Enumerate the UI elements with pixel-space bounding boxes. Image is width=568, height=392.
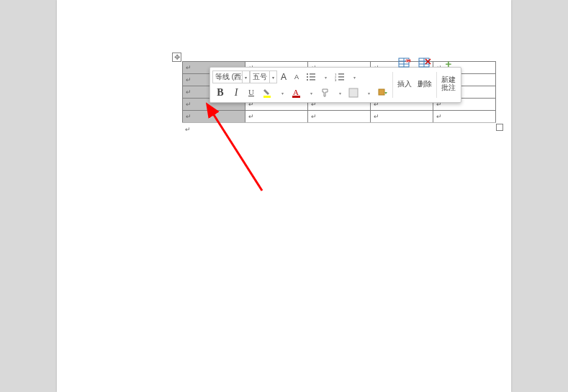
svg-rect-1 (310, 73, 315, 74)
table-insert-icon (398, 58, 411, 69)
highlight-icon (263, 88, 273, 98)
table-delete-icon (418, 58, 431, 69)
bullets-button[interactable] (304, 70, 318, 84)
svg-line-31 (212, 111, 262, 191)
bold-button[interactable]: B (213, 86, 227, 100)
font-size-dropdown-icon[interactable]: ▾ (270, 70, 277, 83)
svg-rect-16 (349, 88, 358, 97)
font-color-icon: A (292, 88, 302, 98)
table-cell[interactable] (183, 111, 245, 123)
comment-label-2: 批注 (441, 83, 456, 91)
format-painter-dropdown-icon[interactable]: ▾ (334, 86, 346, 100)
shrink-font-button[interactable]: A (291, 70, 302, 84)
underline-button[interactable]: U (245, 86, 259, 100)
svg-rect-15 (292, 96, 300, 98)
new-comment-button[interactable]: + 新建 批注 (438, 69, 459, 98)
font-size-combo[interactable]: 五号 (250, 70, 270, 83)
styles-icon (378, 88, 388, 98)
highlight-dropdown-icon[interactable]: ▾ (276, 86, 288, 100)
document-page: ✥ (57, 0, 511, 392)
numbering-button[interactable]: 123 (333, 70, 347, 84)
insert-label: 插入 (397, 80, 412, 88)
new-comment-icon: + (446, 58, 452, 69)
numbering-icon: 123 (335, 73, 345, 81)
font-name-combo[interactable]: 等线 (西文 (212, 70, 243, 83)
underline-icon: U (247, 88, 257, 98)
separator (436, 72, 437, 98)
delete-label: 删除 (418, 80, 432, 88)
svg-text:U: U (248, 88, 254, 96)
svg-rect-7 (338, 73, 344, 74)
highlight-button[interactable] (261, 86, 275, 100)
mini-toolbar: 等线 (西文 ▾ 五号 ▾ A A ▾ 123 ▾ B (209, 67, 461, 103)
grow-font-button[interactable]: A (278, 70, 289, 84)
numbering-dropdown-icon[interactable]: ▾ (348, 70, 360, 84)
table-resize-handle[interactable] (496, 124, 503, 131)
table-row (183, 111, 496, 123)
bullets-icon (306, 73, 316, 81)
italic-button[interactable]: I (229, 86, 243, 100)
table-cell[interactable] (308, 111, 371, 123)
svg-point-2 (307, 76, 308, 78)
font-name-dropdown-icon[interactable]: ▾ (243, 70, 250, 83)
svg-text:3: 3 (335, 78, 337, 81)
shading-button[interactable] (347, 86, 361, 100)
table-cell[interactable] (371, 111, 433, 123)
comment-label-1: 新建 (441, 76, 456, 83)
svg-rect-5 (310, 79, 315, 80)
svg-rect-9 (338, 76, 344, 77)
shading-dropdown-icon[interactable]: ▾ (363, 86, 374, 100)
table-insert-button[interactable]: 插入 (395, 69, 415, 98)
paragraph-mark: ↵ (185, 126, 191, 133)
svg-rect-17 (379, 89, 384, 95)
table-delete-button[interactable]: 删除 (415, 69, 435, 98)
table-cell[interactable] (245, 111, 308, 123)
font-color-dropdown-icon[interactable]: ▾ (305, 86, 317, 100)
svg-point-4 (307, 79, 308, 81)
separator (392, 72, 393, 98)
table-cell[interactable] (433, 111, 496, 123)
svg-point-0 (307, 73, 308, 75)
table-move-handle[interactable]: ✥ (172, 53, 181, 62)
brush-icon (320, 88, 330, 98)
styles-button[interactable] (376, 86, 390, 100)
svg-rect-11 (338, 79, 344, 80)
bullets-dropdown-icon[interactable]: ▾ (320, 70, 331, 84)
svg-rect-13 (263, 96, 271, 98)
svg-text:A: A (293, 88, 299, 96)
format-painter-button[interactable] (318, 86, 333, 100)
font-color-button[interactable]: A (289, 86, 304, 100)
svg-rect-3 (310, 76, 315, 77)
shading-icon (348, 88, 360, 98)
